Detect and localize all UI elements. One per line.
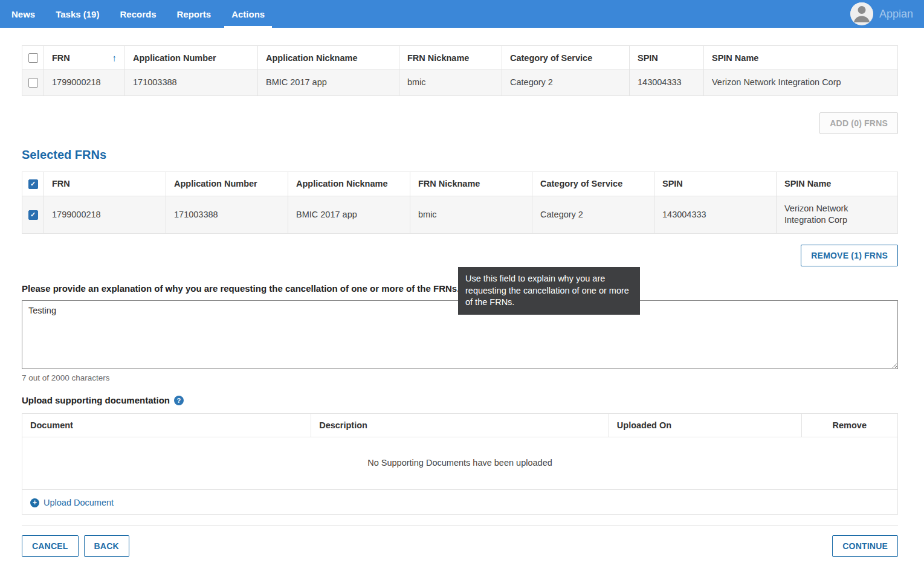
col-frn-nickname[interactable]: FRN Nickname <box>399 46 502 70</box>
col-application-number[interactable]: Application Number <box>125 46 258 70</box>
nav-tabs: News Tasks (19) Records Reports Actions <box>0 0 275 28</box>
selected-frns-title: Selected FRNs <box>22 148 898 162</box>
help-icon[interactable]: ? <box>174 396 184 405</box>
cell-spin-name: Verizon Network Integration Corp <box>777 196 898 233</box>
cell-frn: 1799000218 <box>44 70 125 96</box>
col-application-number[interactable]: Application Number <box>166 172 288 196</box>
col-frn[interactable]: FRN ↑ <box>44 46 125 70</box>
row-checkbox[interactable] <box>28 210 38 220</box>
user-icon <box>850 2 873 25</box>
col-spin-name[interactable]: SPIN Name <box>704 46 898 70</box>
add-frns-button[interactable]: ADD (0) FRNS <box>819 112 898 134</box>
cell-category-of-service: Category 2 <box>532 196 654 233</box>
sort-ascending-icon[interactable]: ↑ <box>112 53 117 63</box>
explanation-section: Use this field to explain why you are re… <box>22 283 898 382</box>
col-description: Description <box>311 414 609 437</box>
footer-divider <box>22 526 898 526</box>
selected-frns-header-row: FRN Application Number Application Nickn… <box>22 172 898 196</box>
available-frns-header-row: FRN ↑ Application Number Application Nic… <box>22 46 898 70</box>
select-all-available-checkbox[interactable] <box>28 53 38 63</box>
col-frn[interactable]: FRN <box>44 172 166 196</box>
col-frn-nickname[interactable]: FRN Nickname <box>410 172 532 196</box>
nav-item-tasks[interactable]: Tasks (19) <box>45 0 109 28</box>
cell-application-nickname: BMIC 2017 app <box>288 196 410 233</box>
continue-button[interactable]: CONTINUE <box>832 535 898 557</box>
col-category-of-service[interactable]: Category of Service <box>502 46 630 70</box>
remove-frns-button[interactable]: REMOVE (1) FRNS <box>801 245 898 266</box>
main-content: FRN ↑ Application Number Application Nic… <box>0 45 924 566</box>
col-application-nickname[interactable]: Application Nickname <box>258 46 399 70</box>
cell-application-nickname: BMIC 2017 app <box>258 70 399 96</box>
col-application-nickname[interactable]: Application Nickname <box>288 172 410 196</box>
explanation-label: Please provide an explanation of why you… <box>22 283 459 294</box>
nav-item-news[interactable]: News <box>1 0 45 28</box>
back-button[interactable]: BACK <box>84 535 129 557</box>
col-spin-name[interactable]: SPIN Name <box>777 172 898 196</box>
col-spin[interactable]: SPIN <box>630 46 704 70</box>
upload-link-row: + Upload Document <box>22 490 898 515</box>
cell-application-number: 171003388 <box>166 196 288 233</box>
col-remove: Remove <box>801 414 897 437</box>
row-checkbox[interactable] <box>28 78 38 88</box>
cancel-button[interactable]: CANCEL <box>22 535 79 557</box>
col-spin[interactable]: SPIN <box>654 172 777 196</box>
upload-header-row: Document Description Uploaded On Remove <box>22 414 898 437</box>
col-category-of-service[interactable]: Category of Service <box>532 172 654 196</box>
col-uploaded-on: Uploaded On <box>609 414 801 437</box>
avatar[interactable] <box>850 2 873 25</box>
cell-category-of-service: Category 2 <box>502 70 630 96</box>
cell-application-number: 171003388 <box>125 70 258 96</box>
footer-actions: CANCEL BACK CONTINUE <box>22 535 898 557</box>
appian-logo: Appian <box>879 8 913 21</box>
character-count: 7 out of 2000 characters <box>22 373 898 382</box>
nav-right: Appian <box>850 0 924 28</box>
cell-spin: 143004333 <box>654 196 777 233</box>
page: News Tasks (19) Records Reports Actions … <box>0 0 924 566</box>
top-nav: News Tasks (19) Records Reports Actions … <box>0 0 924 28</box>
cell-frn: 1799000218 <box>44 196 166 233</box>
empty-documents-row: No Supporting Documents have been upload… <box>22 437 898 490</box>
help-tooltip: Use this field to explain why you are re… <box>458 267 640 315</box>
available-frns-table: FRN ↑ Application Number Application Nic… <box>22 45 898 96</box>
nav-item-reports[interactable]: Reports <box>166 0 221 28</box>
cell-spin: 143004333 <box>630 70 704 96</box>
cell-frn-nickname: bmic <box>410 196 532 233</box>
selected-frns-table: FRN Application Number Application Nickn… <box>22 172 898 234</box>
cell-frn-nickname: bmic <box>399 70 502 96</box>
plus-circle-icon: + <box>30 498 39 507</box>
upload-table: Document Description Uploaded On Remove … <box>22 413 898 490</box>
table-row: 1799000218 171003388 BMIC 2017 app bmic … <box>22 196 898 233</box>
empty-documents-message: No Supporting Documents have been upload… <box>22 437 898 490</box>
upload-document-link[interactable]: + Upload Document <box>30 498 114 507</box>
nav-item-actions[interactable]: Actions <box>221 0 275 28</box>
select-all-selected-checkbox[interactable] <box>28 179 38 189</box>
cell-spin-name: Verizon Network Integration Corp <box>704 70 898 96</box>
table-row: 1799000218 171003388 BMIC 2017 app bmic … <box>22 70 898 96</box>
col-document: Document <box>22 414 311 437</box>
nav-item-records[interactable]: Records <box>109 0 166 28</box>
upload-section: Upload supporting documentation ? Docume… <box>22 395 898 515</box>
upload-label: Upload supporting documentation <box>22 395 170 405</box>
